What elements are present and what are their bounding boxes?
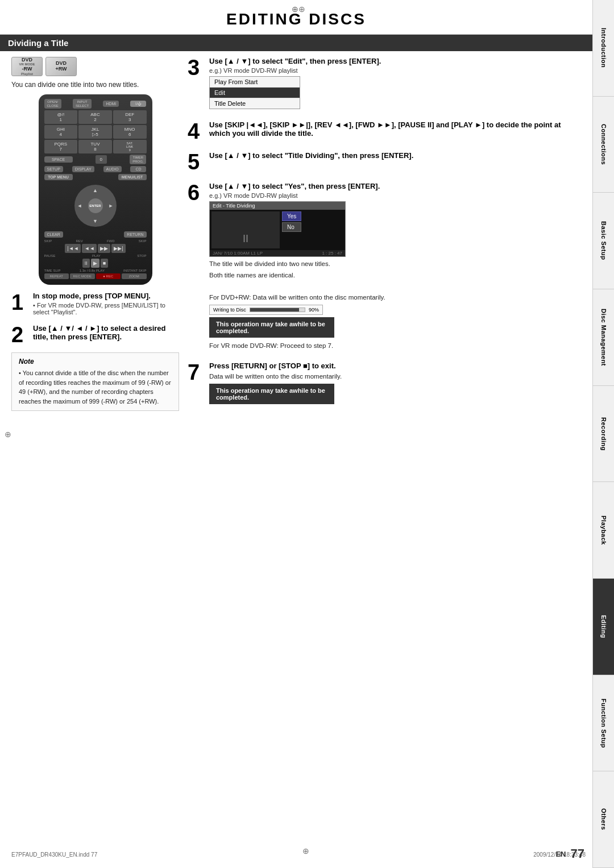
intro-text: You can divide one title into two new ti… bbox=[11, 81, 179, 89]
step-3-menu-box: Play From Start Edit Title Delete bbox=[209, 76, 300, 109]
remote-skip-next-btn[interactable]: ▶▶| bbox=[111, 244, 125, 253]
sidebar-tab-function-setup[interactable]: Function Setup bbox=[593, 675, 614, 772]
screen-opt-no[interactable]: No bbox=[282, 222, 301, 232]
remote-menu-list-btn[interactable]: MENU/LIST bbox=[118, 174, 147, 180]
remote-display-btn[interactable]: DISPLAY bbox=[72, 166, 94, 172]
screen-opt-yes[interactable]: Yes bbox=[282, 211, 301, 221]
remote-play-btn[interactable]: ▶ bbox=[91, 259, 99, 268]
remote-zoom-btn[interactable]: ZOOM bbox=[122, 273, 147, 279]
remote-nav-right-btn[interactable]: ► bbox=[109, 203, 114, 209]
sidebar-tab-editing[interactable]: Editing bbox=[593, 579, 614, 675]
step-4-number: 4 bbox=[188, 121, 205, 142]
step-3-row: 3 Use [▲ / ▼] to select "Edit", then pre… bbox=[188, 57, 581, 111]
remote-space-row: SPACE 0 TIMERPROG. bbox=[44, 155, 147, 164]
remote-top-menu-btn[interactable]: TOP MENU bbox=[44, 174, 73, 180]
remote-num-2[interactable]: ABC2 bbox=[78, 110, 112, 124]
step-5-body: Use [▲ / ▼] to select "Title Dividing", … bbox=[209, 151, 581, 161]
remote-enter-btn[interactable]: ENTER bbox=[88, 198, 103, 213]
screen-time: JAN/ 7/10 1:00AM L1 LP bbox=[213, 251, 263, 256]
step-6-note: e.g.) VR mode DVD-RW playlist bbox=[209, 192, 581, 199]
fwd-label: FWD bbox=[107, 239, 115, 243]
instant-skip-label: INSTANT SKIP bbox=[123, 269, 146, 272]
remote-nav-up-btn[interactable]: ▲ bbox=[93, 188, 98, 193]
remote-nav-outer: ▲ ▼ ◄ ► ENTER bbox=[74, 185, 117, 227]
remote-num-4[interactable]: GHI4 bbox=[44, 125, 78, 139]
remote-nav-down-btn[interactable]: ▼ bbox=[93, 218, 98, 224]
step-7-warning-box: This operation may take awhile to be com… bbox=[209, 384, 334, 404]
screen-body: II Yes No bbox=[210, 210, 345, 250]
sidebar-tab-disc-management[interactable]: Disc Management bbox=[593, 289, 614, 386]
remote-stop-btn[interactable]: ■ bbox=[101, 259, 108, 268]
remote-num-8[interactable]: TUV8 bbox=[78, 140, 112, 153]
remote-repeat-btn[interactable]: REPEAT bbox=[44, 273, 69, 279]
remote-num-3[interactable]: DEF3 bbox=[113, 110, 147, 124]
step-3-heading: Use [▲ / ▼] to select "Edit", then press… bbox=[209, 57, 581, 65]
main-content: ⊕ EDITING DISCS Dividing a Title DVD VR … bbox=[0, 0, 592, 423]
menu-title-delete[interactable]: Title Delete bbox=[210, 98, 300, 109]
remote-timer-btn[interactable]: TIMERPROG. bbox=[130, 155, 146, 164]
step-6-info-1: The title will be divided into two new t… bbox=[209, 259, 581, 269]
sidebar-tab-playback[interactable]: Playback bbox=[593, 482, 614, 579]
remote-num-0[interactable]: 0 bbox=[96, 155, 107, 164]
disc-badges: DVD VR MODE -RW Playlist DVD +RW bbox=[11, 57, 179, 76]
step-6-info-3: For DVD+RW: Data will be written onto th… bbox=[209, 293, 581, 302]
sidebar-tab-recording[interactable]: Recording bbox=[593, 386, 614, 483]
remote-top-row: OPEN/CLOSE INPUTSELECT HDMI I/⏻ bbox=[44, 99, 147, 109]
screen-footer: JAN/ 7/10 1:00AM L1 LP 1 : 25 : 47 bbox=[210, 250, 345, 256]
remote-space-btn[interactable]: SPACE bbox=[44, 156, 73, 163]
remote-setup-btn[interactable]: SETUP bbox=[44, 166, 63, 172]
note-text: • You cannot divide a title of the disc … bbox=[19, 368, 172, 406]
remote-rec-btn[interactable]: ● REC bbox=[96, 273, 121, 279]
screen-options: Yes No bbox=[282, 211, 301, 248]
remote-num-6[interactable]: MNO6 bbox=[113, 125, 147, 139]
step-6-number: 6 bbox=[188, 182, 205, 203]
remote-open-close-btn[interactable]: OPEN/CLOSE bbox=[44, 99, 61, 109]
remote-rev-btn[interactable]: ◄◄ bbox=[82, 244, 97, 253]
step-4-body: Use [SKIP |◄◄], [SKIP ►►|], [REV ◄◄], [F… bbox=[209, 121, 581, 139]
remote-clear-return-row: CLEAR RETURN bbox=[44, 231, 147, 238]
sidebar-tab-introduction[interactable]: Introduction bbox=[593, 0, 614, 97]
remote-fwd-btn[interactable]: ▶▶ bbox=[98, 244, 110, 253]
step-5-heading: Use [▲ / ▼] to select "Title Dividing", … bbox=[209, 151, 581, 160]
note-title: Note bbox=[19, 358, 172, 366]
step-2-number: 2 bbox=[11, 324, 28, 346]
remote-num-sat[interactable]: SAT.LINK9 bbox=[113, 140, 147, 153]
sidebar-tab-others[interactable]: Others bbox=[593, 771, 614, 868]
right-sidebar: Introduction Connections Basic Setup Dis… bbox=[592, 0, 614, 868]
remote-pause-btn[interactable]: II bbox=[82, 259, 90, 268]
remote-nav-left-btn[interactable]: ◄ bbox=[77, 203, 82, 209]
remote-num-5[interactable]: JKL▷5 bbox=[78, 125, 112, 139]
remote-control: OPEN/CLOSE INPUTSELECT HDMI I/⏻ @/!1 ABC… bbox=[39, 94, 152, 285]
remote-return-btn[interactable]: RETURN bbox=[124, 231, 146, 238]
remote-hdmi-btn[interactable]: HDMI bbox=[103, 101, 119, 107]
remote-cd-btn[interactable]: CD bbox=[130, 166, 146, 172]
time-slip-label: TIME SLIP bbox=[44, 269, 61, 272]
remote-clear-btn[interactable]: CLEAR bbox=[44, 231, 63, 238]
sidebar-tab-basic-setup[interactable]: Basic Setup bbox=[593, 193, 614, 289]
remote-numpad: @/!1 ABC2 DEF3 GHI4 JKL▷5 MNO6 PQRS7 TUV… bbox=[44, 110, 147, 153]
step-2-heading: Use [▲ / ▼/ ◄ / ►] to select a desired t… bbox=[33, 324, 179, 341]
right-column: 3 Use [▲ / ▼] to select "Edit", then pre… bbox=[188, 57, 581, 418]
step-3-number: 3 bbox=[188, 57, 205, 78]
step-7-number: 7 bbox=[188, 362, 205, 383]
menu-edit[interactable]: Edit bbox=[210, 88, 300, 98]
pause-label: PAUSE bbox=[44, 254, 56, 258]
remote-num-1[interactable]: @/!1 bbox=[44, 110, 78, 124]
remote-num-7[interactable]: PQRS7 bbox=[44, 140, 78, 153]
sidebar-tab-connections[interactable]: Connections bbox=[593, 97, 614, 193]
content-wrapper: DVD VR MODE -RW Playlist DVD +RW You can… bbox=[0, 51, 592, 423]
remote-power-btn[interactable]: I/⏻ bbox=[130, 101, 146, 107]
remote-audio-btn[interactable]: AUDIO bbox=[103, 166, 122, 172]
remote-play-labels: PAUSE PLAY STOP bbox=[44, 254, 147, 258]
remote-rec-mode-btn[interactable]: REC MODE bbox=[70, 273, 95, 279]
remote-skip-prev-btn[interactable]: |◄◄ bbox=[65, 244, 81, 253]
step-7-heading: Press [RETURN] or [STOP ■] to exit. bbox=[209, 362, 581, 370]
play-speed-label: 1.3x / 0.8x PLAY bbox=[80, 269, 105, 272]
remote-input-select-btn[interactable]: INPUTSELECT bbox=[73, 99, 92, 109]
step-6-warning-box: This operation may take awhile to be com… bbox=[209, 317, 334, 338]
remote-playback-row: II ▶ ■ bbox=[44, 259, 147, 268]
menu-play-from-start[interactable]: Play From Start bbox=[210, 77, 300, 88]
step-1-heading: In stop mode, press [TOP MENU]. bbox=[33, 292, 179, 300]
step-7-info: Data will be written onto the disc momen… bbox=[209, 372, 581, 381]
step-4-heading: Use [SKIP |◄◄], [SKIP ►►|], [REV ◄◄], [F… bbox=[209, 121, 581, 138]
